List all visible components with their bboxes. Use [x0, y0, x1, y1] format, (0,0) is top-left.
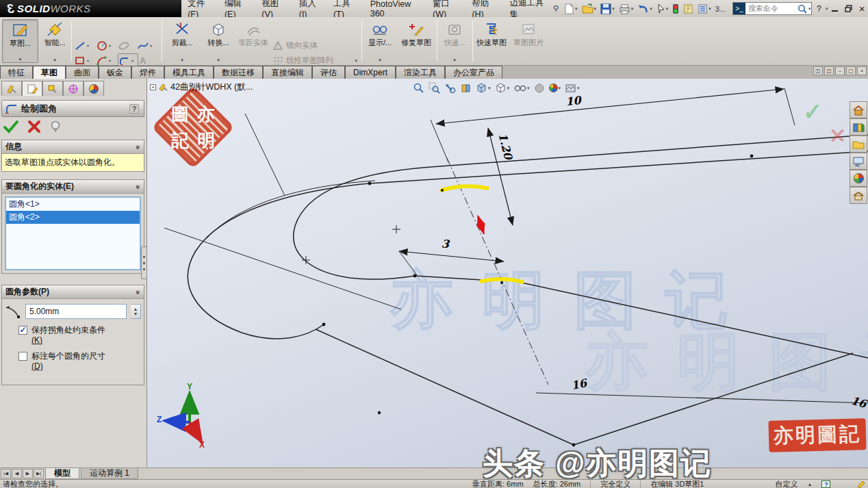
smart-dimension-button[interactable]: 智能...▾	[40, 19, 69, 63]
graphics-viewport[interactable]: 亦明图记 亦明图记	[147, 79, 868, 467]
document-tree-label[interactable]: + 42曲别针WDHX (默...	[150, 81, 253, 93]
tab-dimxpert[interactable]: DimXpert	[345, 66, 396, 79]
tab-weldments[interactable]: 焊件	[131, 66, 164, 79]
model-tab[interactable]: 模型	[45, 468, 79, 479]
view-orientation-button[interactable]: ▾	[476, 82, 491, 94]
dimxpert-manager-tab[interactable]	[63, 81, 84, 96]
confirm-cancel-icon[interactable]: ✕	[829, 124, 846, 148]
property-manager-tab[interactable]	[22, 81, 42, 96]
tab-office-products[interactable]: 办公室产品	[445, 66, 502, 79]
hide-show-items-button[interactable]: ▾	[513, 83, 530, 93]
doc-minimize-button[interactable]: –	[835, 66, 845, 75]
collapse-icon[interactable]: »	[134, 290, 142, 294]
status-custom[interactable]: 自定义	[776, 479, 798, 488]
tab-sketch[interactable]: 草图	[33, 66, 66, 79]
drag-arrow[interactable]	[478, 216, 484, 234]
sketch-button[interactable]: 草图...▾	[2, 19, 38, 63]
dim-10[interactable]: 10	[565, 94, 583, 108]
ok-button[interactable]	[3, 120, 19, 133]
save-button[interactable]: ▾	[599, 2, 616, 16]
tab-scroll-prev-button[interactable]: ◀	[12, 469, 22, 478]
quick-snaps-button[interactable]: 快速...▾	[439, 19, 470, 63]
status-caret-icon[interactable]: ▲	[808, 482, 813, 487]
close-button[interactable]: ×	[856, 3, 868, 15]
rapid-sketch-button[interactable]: 快速草图	[475, 19, 508, 63]
repair-sketch-button[interactable]: 修复草图	[398, 19, 434, 63]
keep-corners-row[interactable]: ✓ 保持拐角处约束条件(K)	[18, 325, 140, 346]
mirror-entities-button[interactable]: 镜向实体	[272, 38, 357, 53]
collapse-icon[interactable]: »	[134, 184, 142, 188]
view-settings-button[interactable]: ▾	[565, 83, 580, 94]
dim-120[interactable]: 1.20	[496, 131, 515, 162]
minimize-button[interactable]	[830, 3, 841, 15]
tab-mold-tools[interactable]: 模具工具	[164, 66, 214, 79]
help-dropdown-icon[interactable]: ▾	[826, 6, 828, 12]
tab-scroll-first-button[interactable]: |◀	[1, 469, 11, 478]
spline-tool[interactable]: ▾	[137, 38, 157, 53]
command-search[interactable]: >_ 搜索命令 ▾	[732, 2, 812, 15]
tree-expand-icon[interactable]: +	[150, 84, 156, 90]
tab-data-migration[interactable]: 数据迁移	[214, 66, 263, 79]
edit-pencil-icon[interactable]	[856, 480, 866, 488]
motion-study-tab[interactable]: 运动算例 1	[81, 468, 138, 479]
radius-spinner[interactable]: ▲▼	[131, 304, 141, 319]
quick-tips-icon[interactable]: ?	[821, 480, 830, 488]
tab-evaluate[interactable]: 评估	[312, 66, 345, 79]
toolbar-overflow[interactable]: 3...	[714, 2, 727, 16]
tab-direct-editing[interactable]: 直接编辑	[263, 66, 312, 79]
dim-16-right[interactable]: 16	[850, 394, 868, 411]
search-icon[interactable]	[797, 3, 808, 14]
circle-tool[interactable]: ▾	[96, 38, 116, 53]
open-file-button[interactable]: ▾	[580, 2, 598, 16]
cancel-button[interactable]	[27, 120, 41, 133]
doc-close-button[interactable]: ×	[857, 66, 867, 75]
restore-button[interactable]	[843, 3, 854, 15]
sketch-picture-button[interactable]: 草图图片	[512, 19, 545, 63]
entity-item-fillet2[interactable]: 圆角<2>	[6, 211, 140, 224]
view-palette-button[interactable]	[850, 153, 867, 170]
panel-splitter-grip[interactable]	[141, 246, 147, 279]
convert-entities-button[interactable]: 转换...▾	[201, 19, 235, 63]
pin-icon[interactable]: ⚲	[553, 4, 559, 13]
zoom-fit-button[interactable]	[413, 82, 424, 94]
help-button[interactable]: ?	[813, 3, 825, 15]
dim-each-row[interactable]: 标注每个圆角的尺寸(D)	[18, 351, 140, 372]
doc-cascade-button[interactable]: ◫	[813, 66, 823, 75]
params-group-header[interactable]: 圆角参数(P)»	[2, 285, 144, 299]
doc-restore-button[interactable]: ▢	[846, 66, 856, 75]
offset-entities-button[interactable]: 等距实体	[238, 19, 268, 63]
dim-3[interactable]: 3	[441, 237, 450, 251]
display-style-button[interactable]: ▾	[495, 82, 510, 94]
custom-properties-button[interactable]	[850, 187, 867, 204]
line-tool[interactable]: ▾	[74, 38, 94, 53]
ellipse-tool[interactable]	[118, 38, 138, 53]
keep-corners-checkbox[interactable]: ✓	[18, 326, 27, 335]
preview-button[interactable]	[49, 120, 62, 133]
print-button[interactable]: ▾	[617, 2, 635, 16]
display-manager-tab[interactable]	[84, 81, 104, 96]
entities-listbox[interactable]: 圆角<1> 圆角<2>	[5, 196, 141, 270]
section-view-button[interactable]	[460, 82, 472, 94]
search-dropdown-icon[interactable]: ▾	[808, 6, 811, 12]
trim-entities-button[interactable]: 剪裁...▾	[166, 19, 199, 63]
confirm-ok-icon[interactable]: ✓	[803, 98, 823, 125]
configuration-manager-tab[interactable]	[42, 81, 63, 96]
previous-view-button[interactable]	[444, 82, 456, 94]
tab-sheet-metal[interactable]: 钣金	[99, 66, 131, 79]
fillet-highlight-1[interactable]	[442, 186, 487, 190]
undo-button[interactable]: ▾	[636, 2, 654, 16]
resources-home-button[interactable]	[850, 101, 867, 118]
pm-help-button[interactable]: ?	[129, 104, 139, 114]
feature-manager-tab[interactable]	[1, 81, 22, 96]
doc-tile-button[interactable]: ◫	[824, 66, 834, 75]
apply-scene-button[interactable]: ▾	[549, 84, 561, 92]
options-list-button[interactable]: ▾	[696, 2, 713, 16]
collapse-icon[interactable]: »	[134, 144, 142, 149]
tab-scroll-next-button[interactable]: ▶	[23, 469, 33, 478]
interference-traffic-light-icon[interactable]	[671, 2, 680, 16]
sketch-canvas[interactable]: 亦明图记 亦明图记	[147, 79, 868, 467]
tab-render-tools[interactable]: 渲染工具	[396, 66, 445, 79]
dim-each-checkbox[interactable]	[18, 352, 27, 361]
edit-appearance-button[interactable]	[534, 83, 545, 94]
entity-item-fillet1[interactable]: 圆角<1>	[6, 198, 140, 211]
